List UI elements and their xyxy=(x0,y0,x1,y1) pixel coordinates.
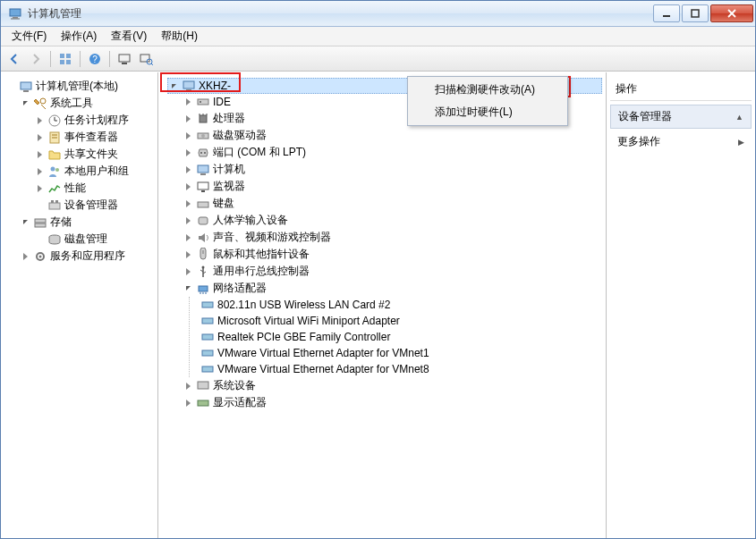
network-adapter-item[interactable]: 802.11n USB Wireless LAN Card #2 xyxy=(199,297,602,313)
users-icon xyxy=(47,164,62,179)
expand-icon[interactable] xyxy=(183,215,193,225)
network-adapter-item[interactable]: Realtek PCIe GBE Family Controller xyxy=(199,329,602,345)
expand-icon[interactable] xyxy=(183,97,193,107)
svg-rect-1 xyxy=(13,17,18,19)
svg-point-40 xyxy=(200,101,201,103)
forward-button[interactable] xyxy=(26,49,46,69)
device-computers[interactable]: 计算机 xyxy=(182,161,602,178)
svg-line-17 xyxy=(151,63,153,65)
tree-system-tools[interactable]: 系统工具 xyxy=(19,95,154,112)
menubar: 文件(F) 操作(A) 查看(V) 帮助(H) xyxy=(1,27,755,46)
expand-icon[interactable] xyxy=(183,283,193,293)
svg-rect-31 xyxy=(55,200,58,203)
device-system-devices[interactable]: 系统设备 xyxy=(182,377,602,394)
device-hid[interactable]: 人体学输入设备 xyxy=(182,212,602,229)
network-adapter-item[interactable]: Microsoft Virtual WiFi Miniport Adapter xyxy=(199,313,602,329)
device-keyboards[interactable]: 键盘 xyxy=(182,195,602,212)
port-icon xyxy=(196,146,210,160)
back-button[interactable] xyxy=(4,49,24,69)
svg-rect-32 xyxy=(35,219,46,223)
network-adapter-item[interactable]: VMware Virtual Ethernet Adapter for VMne… xyxy=(199,345,602,361)
device-sound[interactable]: 声音、视频和游戏控制器 xyxy=(182,229,602,246)
expand-icon[interactable] xyxy=(183,249,193,259)
minimize-button[interactable] xyxy=(653,4,680,22)
expand-icon[interactable] xyxy=(183,114,193,123)
tree-local-users[interactable]: 本地用户和组 xyxy=(33,163,154,180)
expand-icon[interactable] xyxy=(183,131,193,140)
device-network-adapters[interactable]: 网络适配器 xyxy=(182,280,602,297)
expand-icon[interactable] xyxy=(183,232,193,242)
tree-disk-management[interactable]: 磁盘管理 xyxy=(33,231,154,248)
tree-storage[interactable]: 存储 xyxy=(19,214,154,231)
expand-icon[interactable] xyxy=(35,115,45,125)
maximize-button[interactable] xyxy=(682,4,709,22)
storage-icon xyxy=(33,215,47,230)
tree-root[interactable]: 计算机管理(本地) xyxy=(4,78,154,95)
expand-icon[interactable] xyxy=(183,198,193,208)
svg-rect-64 xyxy=(202,302,213,307)
expand-icon[interactable] xyxy=(35,166,45,176)
expand-icon[interactable] xyxy=(35,149,45,159)
expand-icon[interactable] xyxy=(21,251,30,261)
expand-icon[interactable] xyxy=(35,132,45,142)
pc-icon xyxy=(196,163,210,177)
tb-view-button[interactable] xyxy=(55,49,75,69)
more-ops-label: 更多操作 xyxy=(617,134,660,149)
menu-file[interactable]: 文件(F) xyxy=(4,27,54,46)
menu-view[interactable]: 查看(V) xyxy=(104,27,154,46)
toolbar-separator xyxy=(50,51,51,67)
svg-rect-51 xyxy=(198,182,208,189)
system-device-icon xyxy=(196,379,210,393)
ctx-scan-hardware[interactable]: 扫描检测硬件改动(A) xyxy=(410,79,565,101)
mouse-icon xyxy=(196,248,210,262)
clock-icon xyxy=(47,114,62,128)
tree-task-scheduler[interactable]: 任务计划程序 xyxy=(33,112,154,129)
expand-icon[interactable] xyxy=(183,398,193,408)
svg-point-27 xyxy=(51,166,55,171)
expand-icon[interactable] xyxy=(21,217,30,227)
close-button[interactable] xyxy=(710,4,753,22)
submenu-arrow-icon: ▶ xyxy=(738,138,744,147)
actions-section[interactable]: 设备管理器 ▲ xyxy=(610,105,752,129)
nic-icon xyxy=(200,314,215,328)
network-adapter-item[interactable]: VMware Virtual Ethernet Adapter for VMne… xyxy=(199,361,602,377)
svg-rect-53 xyxy=(198,202,208,207)
menu-help[interactable]: 帮助(H) xyxy=(154,27,205,46)
device-usb[interactable]: 通用串行总线控制器 xyxy=(182,263,602,280)
svg-rect-37 xyxy=(183,81,194,88)
tree-services-apps[interactable]: 服务和应用程序 xyxy=(19,248,154,265)
tb-scan-button[interactable] xyxy=(136,49,156,69)
device-ports[interactable]: 端口 (COM 和 LPT) xyxy=(182,144,602,161)
expand-icon[interactable] xyxy=(183,181,193,191)
device-mice[interactable]: 鼠标和其他指针设备 xyxy=(182,246,602,263)
expand-icon[interactable] xyxy=(169,81,179,91)
ctx-add-legacy[interactable]: 添加过时硬件(L) xyxy=(410,101,565,123)
expand-icon[interactable] xyxy=(183,164,193,174)
computer-icon xyxy=(182,79,196,93)
expand-icon[interactable] xyxy=(183,381,193,391)
device-display-adapters[interactable]: 显示适配器 xyxy=(182,394,602,411)
titlebar: 计算机管理 xyxy=(1,1,755,27)
tree-device-manager[interactable]: 设备管理器 xyxy=(33,197,154,214)
svg-rect-19 xyxy=(23,90,29,92)
expand-icon[interactable] xyxy=(183,147,193,157)
expand-icon[interactable] xyxy=(183,266,193,276)
device-monitors[interactable]: 监视器 xyxy=(182,178,602,195)
disk-icon xyxy=(47,232,62,247)
tree-performance[interactable]: 性能 xyxy=(33,180,154,197)
svg-point-59 xyxy=(202,265,205,268)
svg-rect-69 xyxy=(198,382,208,389)
menu-action[interactable]: 操作(A) xyxy=(54,27,104,46)
left-pane: 计算机管理(本地) 系统工具 任务计划程序 事件查看器 共享文件夹 xyxy=(1,72,158,538)
device-disk-drives[interactable]: 磁盘驱动器 xyxy=(182,127,602,144)
tree-shared-folders[interactable]: 共享文件夹 xyxy=(33,146,154,163)
expand-icon[interactable] xyxy=(35,183,45,193)
svg-rect-4 xyxy=(692,10,699,17)
tb-help-button[interactable]: ? xyxy=(85,49,105,69)
svg-rect-68 xyxy=(202,366,213,372)
more-ops-link[interactable]: 更多操作 ▶ xyxy=(610,129,752,155)
svg-rect-60 xyxy=(199,286,208,291)
tree-event-viewer[interactable]: 事件查看器 xyxy=(33,129,154,146)
tb-computer-button[interactable] xyxy=(115,49,134,69)
expand-icon[interactable] xyxy=(21,98,30,108)
